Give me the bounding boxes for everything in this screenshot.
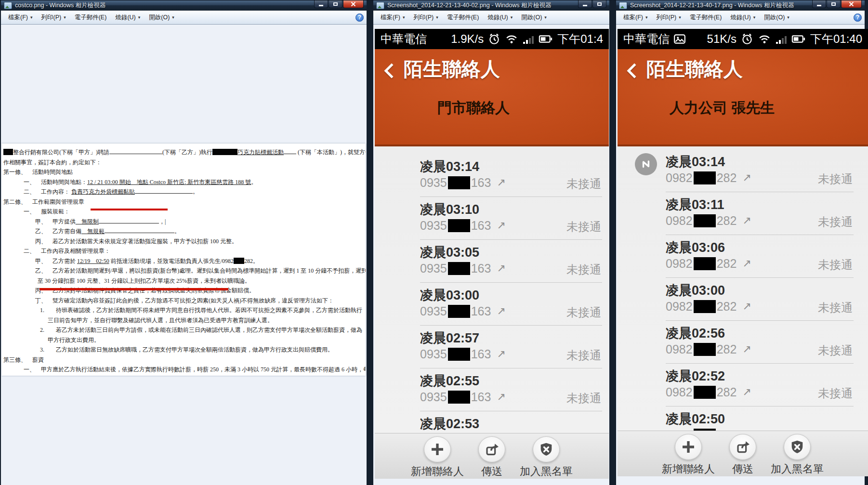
close-button[interactable] [841, 0, 862, 8]
send-button[interactable] [729, 434, 756, 460]
send-action: 傳送 [729, 434, 756, 476]
contract-text-line: 乙、 乙方若於活動期間遲到/早退，將以扣薪資(新台幣)處理。遲到以集合時間為標準… [1, 266, 366, 276]
chevron-down-icon: ▾ [511, 15, 513, 20]
action-label: 新增聯絡人 [411, 464, 464, 479]
menu-item-label: 開啟(O) [521, 13, 542, 22]
menu-item[interactable]: 電子郵件(E) [685, 12, 726, 24]
help-button[interactable]: ? [854, 13, 862, 22]
number-suffix: 282 [717, 385, 737, 399]
menu-item-label: 列印(P) [414, 13, 434, 22]
wifi-icon [758, 33, 771, 45]
number-prefix: 0935 [420, 390, 447, 404]
carrier-label: 中華電信 [381, 31, 427, 47]
minimize-button[interactable] [578, 0, 592, 8]
clock-label: 下午01:40 [810, 31, 862, 47]
add-contact-action: 新增聯絡人 [411, 436, 464, 479]
red-underline-annotation [91, 209, 168, 210]
menu-item[interactable]: 電子郵件(E) [70, 12, 111, 24]
close-icon [849, 1, 854, 7]
call-log-row[interactable]: 凌晨03:000982282↗未接通 [666, 278, 854, 321]
menu-item[interactable]: 列印(P)▾ [409, 12, 443, 24]
outgoing-call-icon: ↗ [742, 213, 751, 228]
menu-item[interactable]: 開啟(O)▾ [145, 12, 179, 24]
contract-text-line: 乙、 乙方需自備 無規範。 [1, 226, 366, 236]
number-suffix: 282 [717, 256, 737, 271]
menu-item[interactable]: 開啟(O)▾ [760, 12, 794, 24]
menu-item[interactable]: 列印(P)▾ [652, 12, 685, 24]
menu-item[interactable]: 燒錄(U)▾ [111, 12, 145, 24]
maximize-icon [333, 2, 338, 6]
menu-item[interactable]: 電子郵件(E) [443, 12, 484, 24]
add-blacklist-action: 加入黑名單 [520, 436, 573, 479]
call-log-row[interactable]: 凌晨02:550935163↗未接通 [420, 368, 602, 411]
call-time: 凌晨03:05 [420, 245, 602, 260]
call-log-row[interactable]: 凌晨02:530935163↗未接通 [420, 411, 602, 433]
add-blacklist-button[interactable] [533, 436, 560, 462]
alarm-clock-icon [488, 33, 500, 45]
title-bar: costco.png - Windows 相片檢視器 [1, 0, 367, 11]
call-log-row[interactable]: 凌晨02:560982282↗未接通 [666, 321, 854, 364]
contract-text-line: 三日前告知甲方，並自行聯繫及確認代班人選，且代班者須為已受過甲方教育訓練人選。 [1, 315, 366, 326]
menu-item[interactable]: 燒錄(U)▾ [726, 12, 760, 24]
minimize-button[interactable] [812, 0, 826, 8]
menu-item[interactable]: 檔案(F)▾ [4, 12, 37, 24]
add-blacklist-action: 加入黑名單 [771, 434, 824, 476]
call-log-row[interactable]: 凌晨03:110982282↗未接通 [666, 192, 854, 235]
call-time: 凌晨02:50 [666, 412, 854, 427]
call-log-row[interactable]: 凌晨03:060982282↗未接通 [666, 235, 854, 278]
outgoing-call-icon: ↗ [497, 218, 505, 233]
contract-text-line: 2. 若乙方未於活動三日前向甲方請假，或未能在活動前三日內確認代班人選，則乙方需… [1, 325, 366, 335]
call-log-row[interactable]: 凌晨03:140982282↗未接通 [666, 149, 854, 192]
close-icon [351, 1, 356, 7]
close-button[interactable] [343, 0, 364, 8]
outgoing-call-icon: ↗ [497, 390, 505, 404]
number-suffix: 163 [471, 261, 491, 275]
add-contact-button[interactable] [675, 434, 702, 460]
call-time: 凌晨03:14 [420, 159, 602, 174]
redaction-box [694, 171, 716, 184]
call-log-row[interactable]: 凌晨02:500982282↗未接通 [666, 406, 854, 431]
add-contact-button[interactable] [424, 436, 451, 462]
call-log-row[interactable]: 凌晨02:520982282↗未接通 [666, 364, 854, 406]
call-log-row[interactable]: 凌晨03:000935163↗未接通 [420, 283, 602, 326]
outgoing-call-icon: ↗ [742, 256, 751, 271]
call-time: 凌晨03:14 [666, 155, 854, 170]
number-prefix: 0982 [666, 342, 693, 356]
send-action: 傳送 [478, 436, 505, 479]
phone-screenshot: 中華電信 1.9K/s 下午01:4 陌生聯絡人 門市聯絡人 凌晨03:1409… [375, 29, 609, 479]
redaction-box [694, 386, 716, 399]
page-title: 陌生聯絡人 [404, 56, 500, 82]
blank-underline [284, 147, 296, 154]
call-log-row[interactable]: 凌晨03:050935163↗未接通 [420, 240, 602, 283]
maximize-button[interactable] [827, 0, 841, 8]
chevron-down-icon: ▾ [679, 15, 681, 20]
call-log-row[interactable]: 凌晨03:140935163↗未接通 [420, 154, 602, 197]
minimize-icon [583, 5, 587, 6]
maximize-button[interactable] [329, 0, 342, 8]
back-icon[interactable] [384, 63, 399, 78]
menu-item[interactable]: 檔案(F)▾ [619, 12, 652, 24]
help-button[interactable]: ? [355, 13, 364, 22]
menu-item[interactable]: 列印(P)▾ [37, 12, 70, 24]
call-log-row[interactable]: 凌晨03:100935163↗未接通 [420, 197, 602, 240]
call-log-row[interactable]: 凌晨02:570935163↗未接通 [420, 326, 602, 368]
contract-text-line: 甲、 乙方需於 12/19 02:50 前抵達活動現場，並致電活動負責人張先生/… [1, 256, 366, 266]
menu-item[interactable]: 燒錄(U)▾ [483, 12, 517, 24]
call-status: 未接通 [818, 386, 853, 401]
contract-text-line: 作相關事宜，簽訂本合約，約定如下： [1, 157, 366, 168]
send-button[interactable] [478, 436, 505, 462]
back-icon[interactable] [627, 63, 642, 78]
add-blacklist-button[interactable] [784, 434, 811, 460]
minimize-button[interactable] [314, 0, 328, 8]
chevron-down-icon: ▾ [753, 15, 756, 20]
maximize-button[interactable] [592, 0, 606, 8]
menu-item[interactable]: 檔案(F)▾ [376, 12, 409, 24]
call-time: 凌晨03:10 [420, 202, 602, 217]
action-label: 傳送 [732, 462, 753, 476]
number-prefix: 0982 [666, 256, 693, 271]
number-suffix: 282 [717, 299, 737, 314]
redaction-box [448, 305, 470, 318]
contract-text-line: 整合行銷有限公司(下稱「甲方」)聘請(下稱「乙方」)執行巧克力貼標籤活動 (下稱… [1, 147, 366, 157]
menu-item[interactable]: 開啟(O)▾ [517, 12, 551, 24]
maximize-icon [831, 2, 836, 6]
